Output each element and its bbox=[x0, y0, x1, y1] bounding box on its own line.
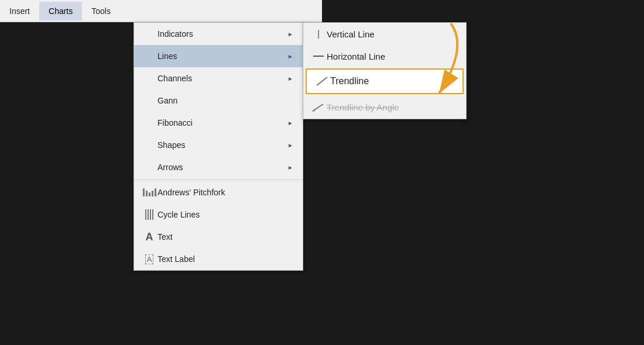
pitchfork-label: Andrews' Pitchfork bbox=[157, 188, 293, 197]
channels-arrow: ► bbox=[287, 75, 293, 82]
lines-label: Lines bbox=[157, 51, 287, 61]
indicators-arrow: ► bbox=[287, 31, 293, 37]
horizontal-line-label: Horizontal Line bbox=[327, 51, 457, 61]
menu-divider-1 bbox=[134, 180, 303, 180]
text-icon: A bbox=[141, 232, 157, 242]
menubar-charts[interactable]: Charts bbox=[39, 2, 82, 20]
vertical-line-icon: | bbox=[310, 29, 327, 39]
lines-submenu: | Vertical Line Horizontal Line Trendlin… bbox=[303, 22, 467, 119]
menubar-tools[interactable]: Tools bbox=[82, 2, 120, 20]
insert-dropdown: Indicators ► Lines ► Channels ► Gann Fib… bbox=[133, 22, 303, 271]
arrows-label: Arrows bbox=[157, 163, 287, 172]
menu-item-text[interactable]: A Text bbox=[134, 226, 303, 248]
textlabel-icon: A bbox=[141, 254, 157, 264]
trendline-by-angle-label: Trendline by Angle bbox=[327, 102, 457, 112]
horizontal-line-icon bbox=[310, 51, 327, 61]
fibonacci-label: Fibonacci bbox=[157, 118, 287, 127]
submenu-item-trendline-by-angle[interactable]: Trendline by Angle bbox=[303, 95, 466, 119]
trendline-by-angle-icon bbox=[310, 101, 327, 113]
textlabel-label: Text Label bbox=[157, 254, 293, 264]
menubar-insert[interactable]: Insert bbox=[0, 2, 39, 20]
cyclelines-label: Cycle Lines bbox=[157, 210, 293, 219]
submenu-item-horizontal-line[interactable]: Horizontal Line bbox=[303, 45, 466, 67]
pitchfork-icon bbox=[141, 187, 157, 198]
lines-arrow: ► bbox=[287, 53, 293, 60]
channels-label: Channels bbox=[157, 74, 287, 83]
trendline-icon bbox=[314, 75, 330, 88]
submenu-item-vertical-line[interactable]: | Vertical Line bbox=[303, 23, 466, 45]
menu-item-textlabel[interactable]: A Text Label bbox=[134, 248, 303, 270]
menu-item-gann[interactable]: Gann bbox=[134, 89, 303, 112]
submenu-item-trendline[interactable]: Trendline bbox=[306, 68, 464, 94]
shapes-arrow: ► bbox=[287, 142, 293, 149]
menu-item-channels[interactable]: Channels ► bbox=[134, 67, 303, 89]
gann-label: Gann bbox=[157, 96, 293, 105]
indicators-label: Indicators bbox=[157, 29, 287, 39]
trendline-label: Trendline bbox=[330, 76, 453, 87]
menu-item-lines[interactable]: Lines ► bbox=[134, 45, 303, 67]
text-label: Text bbox=[157, 232, 293, 242]
menubar: Insert Charts Tools bbox=[0, 0, 322, 22]
menu-item-indicators[interactable]: Indicators ► bbox=[134, 23, 303, 45]
shapes-label: Shapes bbox=[157, 140, 287, 150]
menu-item-arrows[interactable]: Arrows ► bbox=[134, 156, 303, 178]
vertical-line-label: Vertical Line bbox=[327, 29, 457, 39]
menu-item-cyclelines[interactable]: Cycle Lines bbox=[134, 203, 303, 226]
menu-item-shapes[interactable]: Shapes ► bbox=[134, 134, 303, 156]
menu-item-pitchfork[interactable]: Andrews' Pitchfork bbox=[134, 181, 303, 203]
arrows-arrow: ► bbox=[287, 164, 293, 171]
fibonacci-arrow: ► bbox=[287, 120, 293, 126]
svg-line-1 bbox=[317, 77, 327, 85]
menu-item-fibonacci[interactable]: Fibonacci ► bbox=[134, 112, 303, 134]
cyclelines-icon bbox=[141, 209, 157, 220]
